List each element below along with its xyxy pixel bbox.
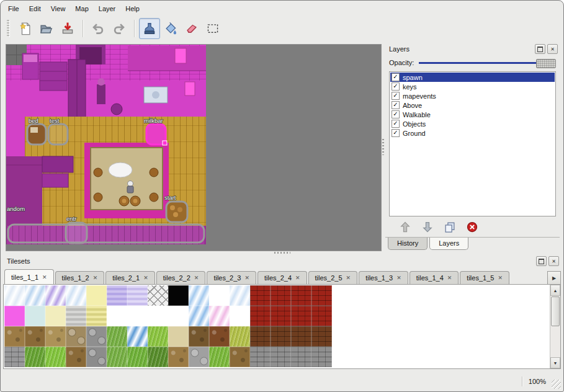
tile[interactable]	[189, 326, 209, 347]
new-file-button[interactable]	[15, 18, 36, 39]
tile[interactable]	[107, 306, 127, 326]
tileset-tab-tiles_2_3[interactable]: tiles_2_3✕	[207, 271, 256, 284]
tile[interactable]	[271, 306, 291, 326]
tileset-tab-tiles_1_2[interactable]: tiles_1_2✕	[55, 271, 105, 284]
tile[interactable]	[291, 347, 311, 367]
tile[interactable]	[86, 326, 107, 347]
tile[interactable]	[230, 285, 250, 306]
menu-view[interactable]: View	[46, 3, 71, 14]
tile[interactable]	[45, 285, 66, 306]
raise-layer-button[interactable]	[398, 220, 413, 234]
layer-row-walkable[interactable]: ✓Walkable	[390, 110, 555, 119]
tile[interactable]	[209, 306, 230, 326]
map-canvas[interactable]: bed test milkbar start andom entr	[6, 45, 206, 244]
tile[interactable]	[209, 285, 230, 306]
layer-visibility-checkbox[interactable]: ✓	[392, 82, 400, 91]
bucket-fill-button[interactable]	[160, 18, 181, 39]
tile[interactable]	[271, 285, 291, 306]
tileset-tab-tiles_2_2[interactable]: tiles_2_2✕	[156, 271, 206, 284]
map-view[interactable]: bed test milkbar start andom entr	[6, 44, 382, 251]
tile[interactable]	[148, 326, 168, 347]
scroll-down-button[interactable]: ▼	[550, 357, 560, 368]
eraser-button[interactable]	[181, 18, 202, 39]
tile[interactable]	[127, 306, 148, 326]
tile[interactable]	[45, 306, 66, 326]
layer-row-spawn[interactable]: ✓spawn	[390, 73, 555, 82]
tile[interactable]	[66, 285, 86, 306]
tile[interactable]	[66, 306, 86, 326]
tab-close-icon[interactable]: ✕	[396, 275, 401, 281]
tile[interactable]	[4, 306, 25, 326]
tile[interactable]	[86, 306, 107, 326]
tile[interactable]	[107, 347, 127, 367]
map-object-region[interactable]	[8, 225, 204, 243]
layer-visibility-checkbox[interactable]: ✓	[392, 129, 400, 137]
tile[interactable]	[168, 326, 189, 347]
menu-edit[interactable]: Edit	[24, 3, 46, 14]
layer-visibility-checkbox[interactable]: ✓	[392, 101, 400, 109]
tab-close-icon[interactable]: ✕	[346, 275, 351, 281]
tile[interactable]	[148, 285, 168, 306]
tile[interactable]	[168, 285, 189, 306]
tileset-tab-tiles_1_1[interactable]: tiles_1_1✕	[4, 269, 54, 284]
float-panel-button[interactable]	[535, 44, 545, 54]
tile[interactable]	[271, 326, 291, 347]
layer-row-above[interactable]: ✓Above	[390, 100, 555, 110]
tileset-tab-tiles_1_4[interactable]: tiles_1_4✕	[410, 271, 459, 284]
tab-scroll-right-button[interactable]: ▶	[547, 271, 561, 285]
tile[interactable]	[107, 326, 127, 347]
toolbar-drag-handle[interactable]	[7, 20, 10, 37]
map-object-bed[interactable]	[27, 124, 46, 145]
menu-map[interactable]: Map	[70, 3, 93, 14]
tile[interactable]	[250, 306, 271, 326]
tile[interactable]	[25, 306, 45, 326]
map-object-start[interactable]	[166, 202, 187, 222]
scrollbar-thumb[interactable]	[551, 296, 560, 326]
tile[interactable]	[148, 347, 168, 367]
tab-close-icon[interactable]: ✕	[143, 275, 148, 281]
menu-layer[interactable]: Layer	[94, 3, 121, 14]
layer-visibility-checkbox[interactable]: ✓	[392, 110, 400, 118]
layer-visibility-checkbox[interactable]: ✓	[392, 73, 400, 81]
tile[interactable]	[168, 306, 189, 326]
layer-row-objects[interactable]: ✓Objects	[390, 119, 555, 128]
tile[interactable]	[311, 347, 332, 367]
tile[interactable]	[230, 306, 250, 326]
tileset-tab-tiles_2_5[interactable]: tiles_2_5✕	[308, 271, 358, 284]
tile[interactable]	[250, 326, 271, 347]
menu-help[interactable]: Help	[120, 3, 145, 14]
tile[interactable]	[230, 347, 250, 367]
tile[interactable]	[311, 285, 332, 306]
tile[interactable]	[86, 347, 107, 367]
tab-close-icon[interactable]: ✕	[194, 275, 199, 281]
tab-history[interactable]: History	[388, 238, 427, 250]
tile[interactable]	[148, 306, 168, 326]
tile[interactable]	[45, 347, 66, 367]
tile[interactable]	[107, 285, 127, 306]
opacity-slider-handle[interactable]	[536, 59, 556, 68]
tileset-tab-tiles_2_1[interactable]: tiles_2_1✕	[105, 271, 155, 284]
layer-row-mapevents[interactable]: ✓mapevents	[390, 91, 555, 100]
rect-select-button[interactable]	[202, 18, 223, 39]
float-panel-button[interactable]	[536, 256, 547, 266]
selection-handle[interactable]	[163, 141, 167, 145]
tab-close-icon[interactable]: ✕	[93, 275, 98, 281]
tile[interactable]	[127, 347, 148, 367]
tile[interactable]	[189, 347, 209, 367]
layer-visibility-checkbox[interactable]: ✓	[392, 120, 400, 128]
open-file-button[interactable]	[36, 18, 57, 39]
tile[interactable]	[189, 306, 209, 326]
undo-button[interactable]	[87, 18, 109, 39]
tile[interactable]	[168, 347, 189, 367]
tile[interactable]	[127, 326, 148, 347]
tab-close-icon[interactable]: ✕	[244, 275, 249, 281]
delete-layer-button[interactable]	[465, 220, 480, 234]
opacity-slider[interactable]	[419, 58, 556, 68]
lower-layer-button[interactable]	[420, 220, 435, 234]
tile[interactable]	[25, 326, 45, 347]
close-panel-button[interactable]: ✕	[547, 44, 558, 54]
tile[interactable]	[45, 326, 66, 347]
horizontal-splitter[interactable]	[3, 250, 561, 255]
map-object-test[interactable]	[48, 124, 68, 145]
tab-close-icon[interactable]: ✕	[295, 275, 300, 281]
